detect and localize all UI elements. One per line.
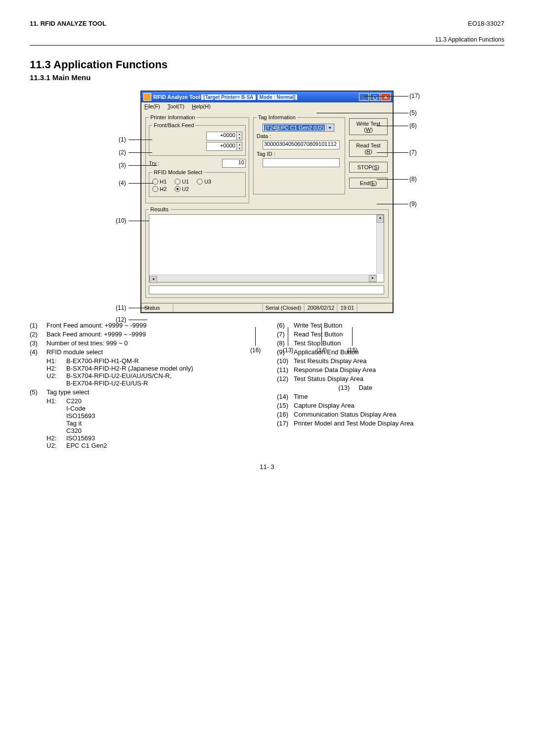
printer-info-group: Printer Information Front/Back Feed +000… [145,114,249,203]
data-label: Data : [257,133,342,139]
rfid-module-group: RFID Module Select H1 U1 U3 H2 U2 [149,169,246,197]
spinner-icon[interactable]: ▴▾ [237,132,242,141]
radio-u2[interactable]: U2 [175,186,189,192]
vscrollbar[interactable]: ▴ [376,215,384,274]
status-capture [357,303,393,312]
hscrollbar[interactable]: ◂▸ [149,275,377,282]
callout-11: (11) [116,304,126,311]
header-rule [30,45,504,46]
response-area[interactable] [149,285,384,294]
callout-7: (7) [409,149,417,156]
rfid-module-legend: RFID Module Select [152,169,204,175]
title-target: [Target Printer= B-SA [201,94,255,100]
radio-h1[interactable]: H1 [152,179,167,185]
callout-8: (8) [409,176,417,183]
callout-14: (14) [316,347,327,354]
results-area[interactable]: ▴ ◂▸ [149,214,384,283]
callout-4: (4) [119,180,126,187]
radio-u3[interactable]: U3 [197,179,211,185]
callout-17: (17) [409,93,420,99]
radio-u1[interactable]: U1 [175,179,189,185]
figure: (1) (2) (3) (4) (10) (11) (12) (17) (5) … [109,91,425,313]
printer-info-legend: Printer Information [149,114,196,120]
feed-group: Front/Back Feed +0000▴▾ +0000▴▾ [149,122,246,156]
callout-9: (9) [409,200,417,207]
front-feed-input[interactable]: +0000 [206,132,237,141]
callout-15: (15) [347,347,357,354]
tagid-input[interactable] [263,158,340,167]
spinner-icon[interactable]: ▴▾ [237,142,242,151]
title-bar: RFID Analyze Tool [Target Printer= B-SA … [141,92,393,102]
tag-info-legend: Tag Information [257,114,297,120]
menu-bar: File(F) Tool(T) Help(H) [141,102,393,110]
menu-file[interactable]: File(F) [144,103,160,109]
results-group: Results ▴ ◂▸ [145,206,389,298]
page-number: 11- 3 [30,463,504,471]
app-icon [143,93,151,101]
callout-6: (6) [409,122,417,129]
menu-tool[interactable]: Tool(T) [168,103,184,109]
data-input[interactable]: 300003040506070809101112 [263,141,340,149]
callout-3: (3) [119,162,126,169]
read-test-button[interactable]: Read Test(R) [349,140,388,157]
breadcrumb: 11.3 Application Functions [30,36,504,43]
chapter-title: 11. RFID ANALYZE TOOL [30,20,106,27]
callout-5: (5) [409,109,417,116]
section-heading: 11.3 Application Functions [30,58,504,71]
maximize-icon[interactable]: ▢ [370,93,380,101]
status-date: 2008/02/12 [304,303,337,312]
title-app: RFID Analyze Tool [153,94,200,100]
legend: (1)Front Feed amount: +9999 ~ -9999 (2)B… [30,320,504,449]
tagid-label: Tag ID : [257,151,342,157]
try-input[interactable]: 10 [222,159,246,168]
callout-12: (12) [116,316,126,323]
feed-legend: Front/Back Feed [152,122,195,128]
status-time: 19:01 [337,303,357,312]
status-serial: Serial (Closed) [263,303,305,312]
doc-id: EO18-33027 [468,20,504,27]
subsection-heading: 11.3.1 Main Menu [30,73,504,82]
title-mode: Mode : Normal] [258,94,298,100]
tag-type-select[interactable]: [T24]EPC C1 Gen2 (U2)▼ [263,124,334,132]
callout-2: (2) [119,149,126,156]
tag-info-group: Tag Information [T24]EPC C1 Gen2 (U2)▼ D… [253,114,345,194]
callout-10: (10) [116,217,126,224]
close-icon[interactable]: ✕ [381,93,391,101]
status-msg [173,303,263,312]
status-bar: Status Serial (Closed) 2008/02/12 19:01 [141,303,393,312]
callout-1: (1) [119,136,126,143]
stop-button[interactable]: STOP(S) [349,162,388,173]
app-window: RFID Analyze Tool [Target Printer= B-SA … [140,91,394,313]
menu-help[interactable]: Help(H) [192,103,211,109]
chevron-down-icon[interactable]: ▼ [326,125,333,131]
write-test-button[interactable]: Write Test(W) [349,118,388,135]
callout-13: (13) [283,347,293,354]
back-feed-input[interactable]: +0000 [206,142,237,151]
minimize-icon[interactable]: _ [359,93,369,101]
radio-h2[interactable]: H2 [152,186,167,192]
page-header: 11. RFID ANALYZE TOOL EO18-33027 [30,20,504,27]
callout-16: (16) [250,347,261,354]
results-legend: Results [149,206,170,212]
